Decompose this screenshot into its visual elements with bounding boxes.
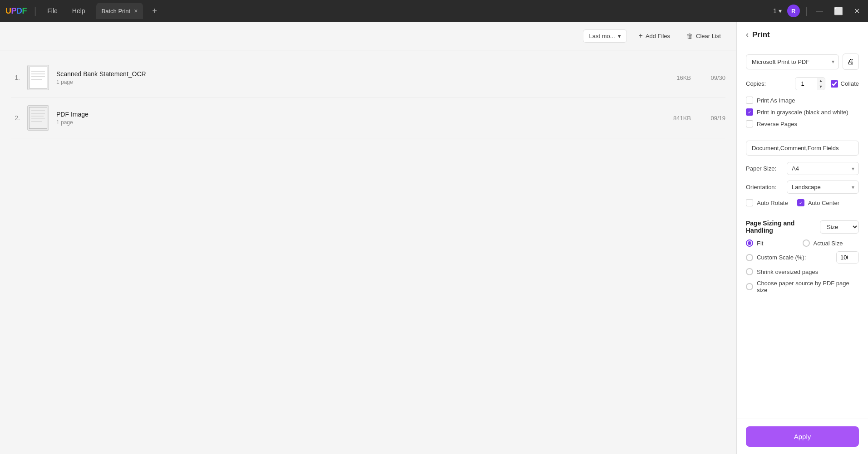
page-sizing-header: Page Sizing and Handling Size Fit Bookle… — [746, 220, 859, 234]
custom-scale-radio[interactable] — [746, 254, 753, 261]
page-number: 1 ▾ — [773, 7, 782, 15]
titlebar-right: 1 ▾ R | — ⬜ ✕ — [773, 5, 863, 17]
fit-option[interactable]: Fit — [746, 239, 803, 247]
page-sizing-select[interactable]: Size Fit Booklet — [820, 220, 859, 234]
add-files-button[interactable]: + Add Files — [634, 29, 675, 43]
filelist-content: 1. Scanned Bank Statement_OCR 1 page 16K… — [0, 50, 736, 454]
app-logo: UPDF — [5, 6, 27, 16]
print-as-image-label: Print As Image — [757, 97, 795, 104]
printer-row: Microsoft Print to PDF 🖨 — [746, 54, 859, 70]
apply-button-wrap: Apply — [737, 419, 868, 454]
print-as-image-checkbox[interactable] — [746, 97, 753, 104]
shrink-row: Shrink oversized pages — [746, 268, 859, 275]
auto-rotate-checkbox[interactable] — [746, 199, 753, 206]
sort-button[interactable]: Last mo... ▾ — [583, 29, 626, 43]
shrink-radio[interactable] — [746, 268, 753, 275]
content-select[interactable]: Document,Comment,Form Fields — [746, 141, 859, 156]
file-number: 1. — [11, 74, 20, 81]
actual-size-option[interactable]: Actual Size — [803, 239, 859, 247]
print-title: Print — [752, 30, 770, 39]
table-row: 1. Scanned Bank Statement_OCR 1 page 16K… — [11, 58, 725, 98]
auto-options-row: Auto Rotate ✓ Auto Center — [746, 199, 859, 206]
filelist-area: Last mo... ▾ + Add Files 🗑 Clear List 1. — [0, 22, 736, 454]
collate-checkbox[interactable] — [831, 80, 838, 88]
printer-select[interactable]: Microsoft Print to PDF — [746, 54, 839, 69]
collate-wrap: Collate — [831, 80, 859, 88]
actual-size-label: Actual Size — [814, 240, 843, 247]
copies-down-button[interactable]: ▼ — [817, 84, 825, 90]
auto-center-label: Auto Center — [808, 200, 839, 206]
reverse-pages-checkbox[interactable] — [746, 120, 753, 127]
clear-list-label: Clear List — [696, 33, 721, 39]
avatar[interactable]: R — [787, 5, 800, 17]
actual-size-radio[interactable] — [803, 239, 810, 247]
file-date: 09/30 — [698, 74, 725, 81]
paper-size-row: Paper Size: A4 Letter Legal — [746, 162, 859, 175]
reverse-pages-label: Reverse Pages — [757, 121, 797, 127]
paper-size-select[interactable]: A4 Letter Legal — [787, 162, 859, 175]
page-sizing-title: Page Sizing and Handling — [746, 220, 820, 234]
logo-divider: | — [34, 6, 36, 16]
back-button[interactable]: ‹ — [746, 30, 749, 39]
nav-help[interactable]: Help — [69, 5, 89, 16]
apply-button[interactable]: Apply — [746, 426, 859, 447]
main-layout: Last mo... ▾ + Add Files 🗑 Clear List 1. — [0, 22, 868, 454]
reverse-pages-row: Reverse Pages — [746, 120, 859, 127]
copies-input-wrap: ▲ ▼ — [795, 77, 825, 90]
copies-up-button[interactable]: ▲ — [817, 78, 825, 84]
file-size: 841KB — [655, 115, 691, 122]
clear-list-button[interactable]: 🗑 Clear List — [682, 29, 725, 43]
page-sizing-select-wrap: Size Fit Booklet — [820, 220, 859, 234]
tab-close-icon[interactable]: × — [134, 7, 138, 15]
orientation-select[interactable]: Portrait Landscape — [787, 181, 859, 194]
new-tab-button[interactable]: + — [152, 6, 157, 16]
shrink-label: Shrink oversized pages — [757, 268, 818, 275]
print-body: Microsoft Print to PDF 🖨 Copies: ▲ ▼ — [737, 46, 868, 419]
grayscale-label: Print in grayscale (black and white) — [757, 109, 848, 116]
collate-label: Collate — [841, 80, 859, 87]
print-panel: ‹ Print Microsoft Print to PDF 🖨 Copies: — [736, 22, 868, 454]
file-number: 2. — [11, 114, 20, 122]
grayscale-checkbox[interactable]: ✓ — [746, 108, 753, 116]
auto-rotate-row: Auto Rotate — [746, 199, 788, 206]
custom-scale-label: Custom Scale (%): — [757, 254, 806, 261]
orientation-label: Orientation: — [746, 184, 787, 190]
paper-size-label: Paper Size: — [746, 165, 787, 172]
file-name: PDF Image — [56, 111, 647, 118]
paper-size-select-wrap: A4 Letter Legal — [787, 162, 859, 175]
fit-actual-row: Fit Actual Size — [746, 239, 859, 247]
fit-radio[interactable] — [746, 239, 753, 247]
orientation-row: Orientation: Portrait Landscape — [746, 181, 859, 194]
trash-icon: 🗑 — [686, 32, 693, 40]
file-pages: 1 page — [56, 119, 647, 126]
custom-scale-row: Custom Scale (%): — [746, 251, 859, 264]
copies-input[interactable] — [795, 78, 817, 90]
file-date: 09/19 — [698, 115, 725, 122]
file-name: Scanned Bank Statement_OCR — [56, 70, 647, 78]
file-thumbnail — [27, 105, 49, 131]
restore-button[interactable]: ⬜ — [831, 6, 846, 16]
divider-2 — [746, 213, 859, 213]
nav-file[interactable]: File — [44, 5, 61, 16]
custom-scale-input-wrap — [836, 251, 859, 264]
printer-icon-button[interactable]: 🖨 — [843, 54, 859, 70]
file-pages: 1 page — [56, 79, 647, 85]
file-info: Scanned Bank Statement_OCR 1 page — [56, 70, 647, 85]
file-info: PDF Image 1 page — [56, 111, 647, 126]
auto-center-checkbox[interactable]: ✓ — [797, 199, 804, 206]
grayscale-row: ✓ Print in grayscale (black and white) — [746, 108, 859, 116]
table-row: 2. PDF Image 1 page 841KB 09/19 — [11, 98, 725, 138]
content-select-wrap: Document,Comment,Form Fields — [746, 141, 859, 162]
tab-label: Batch Print — [102, 8, 131, 15]
printer-icon: 🖨 — [847, 58, 854, 66]
file-size: 16KB — [655, 74, 691, 81]
minimize-button[interactable]: — — [813, 6, 826, 16]
choose-paper-radio[interactable] — [746, 283, 753, 290]
choose-paper-label: Choose paper source by PDF page size — [757, 280, 859, 293]
custom-scale-input[interactable] — [837, 252, 858, 263]
printer-select-wrap: Microsoft Print to PDF — [746, 54, 839, 69]
fit-label: Fit — [757, 240, 763, 247]
copies-arrows: ▲ ▼ — [817, 78, 825, 90]
close-button[interactable]: ✕ — [851, 6, 863, 16]
batch-print-tab[interactable]: Batch Print × — [96, 3, 143, 19]
